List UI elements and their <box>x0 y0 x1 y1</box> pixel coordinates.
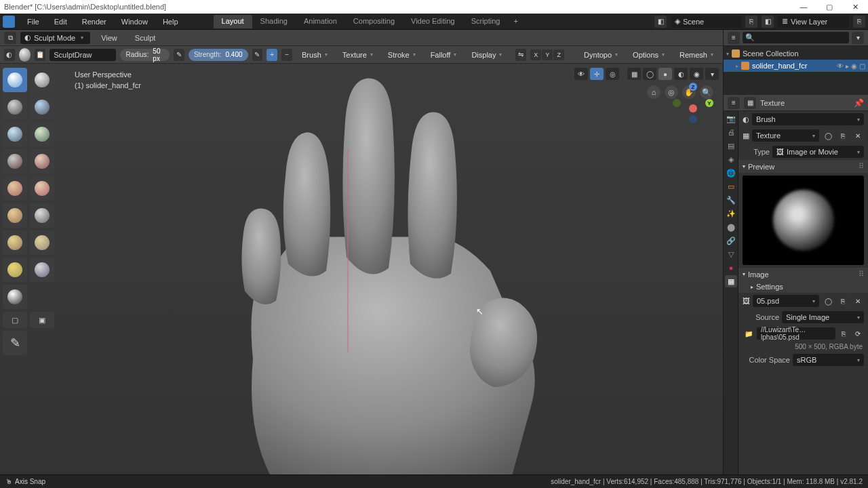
orientation-gizmo[interactable]: Z Y <box>673 83 713 123</box>
image-name-field[interactable]: 05.psd <box>753 295 819 307</box>
gizmo-neg-y-axis[interactable] <box>673 99 681 107</box>
viewlayer-browse-icon[interactable]: ◧ <box>762 16 774 28</box>
image-header[interactable]: ▾Image⠿ <box>738 268 868 281</box>
tree-row-object[interactable]: ▸ solider_hand_fcr 👁 ▸ ◉ ▢ <box>724 60 868 72</box>
outliner-editor-type[interactable]: ≡ <box>728 32 740 44</box>
tool-snakehook[interactable] <box>3 230 27 255</box>
gizmo-y-axis[interactable]: Y <box>705 99 713 107</box>
tree-row-scene-collection[interactable]: ▾ Scene Collection <box>724 47 868 60</box>
outliner-disable-icon[interactable]: ▢ <box>859 62 865 70</box>
tool-flatten[interactable] <box>30 149 54 174</box>
filepath-browse-icon[interactable]: 📁 <box>743 327 755 340</box>
image-datablock-icon[interactable]: 🖼 <box>743 297 750 305</box>
mirror-z-button[interactable]: Z <box>553 49 564 60</box>
workspace-tab-animation[interactable]: Animation <box>296 15 345 28</box>
properties-editor-type[interactable]: ≡ <box>728 97 740 109</box>
window-close-button[interactable]: ✕ <box>842 0 868 14</box>
shading-options-icon[interactable]: ▾ <box>705 68 719 80</box>
scene-new-button[interactable]: ⎘ <box>745 16 757 28</box>
strength-field[interactable]: Strength:0.400 <box>189 49 248 61</box>
radius-pressure-icon[interactable]: ✎ <box>174 49 184 61</box>
prop-tab-modifiers[interactable]: 🔧 <box>725 194 737 206</box>
tool-fill[interactable] <box>3 176 27 201</box>
texture-new-icon[interactable]: ⎘ <box>837 129 849 142</box>
texture-fakeuser-icon[interactable]: ◯ <box>822 129 834 142</box>
tool-blob[interactable] <box>30 122 54 146</box>
brush-slot-field[interactable]: Brush <box>752 113 864 125</box>
display-dropdown[interactable]: Display <box>466 49 507 61</box>
dyntopo-dropdown[interactable]: Dyntopo <box>578 49 623 61</box>
texture-dropdown[interactable]: Texture <box>337 49 378 61</box>
fake-user-icon[interactable]: 📋 <box>35 49 45 61</box>
mirror-x-button[interactable]: X <box>530 49 541 60</box>
tool-box-hide[interactable]: ▣ <box>30 312 54 328</box>
shading-solid-icon[interactable]: ● <box>658 68 672 80</box>
pin-icon[interactable]: 📌 <box>854 98 864 108</box>
tool-claystrips[interactable] <box>3 95 27 119</box>
viewport-menu-sculpt[interactable]: Sculpt <box>128 32 163 44</box>
workspace-tab-scripting[interactable]: Scripting <box>463 15 509 28</box>
texture-unlink-icon[interactable]: ✕ <box>852 129 864 142</box>
texture-slot-icon[interactable]: ▦ <box>743 131 749 140</box>
shading-rendered-icon[interactable]: ◉ <box>690 68 703 80</box>
outliner-selectable-icon[interactable]: ▸ <box>846 62 849 70</box>
prop-tab-particles[interactable]: ✨ <box>725 207 737 220</box>
options-dropdown[interactable]: Options <box>627 49 670 61</box>
tool-rotate[interactable] <box>30 258 54 282</box>
shading-matcap-icon[interactable]: ◐ <box>674 68 688 80</box>
camera-view-icon[interactable]: ⌂ <box>647 85 660 99</box>
gizmo-x-axis[interactable] <box>689 104 697 113</box>
brush-dropdown[interactable]: Brush <box>296 49 333 61</box>
prop-tab-render[interactable]: 📷 <box>725 113 737 125</box>
source-field[interactable]: Single Image <box>782 311 864 323</box>
mirror-icon[interactable]: ⇋ <box>515 49 526 61</box>
gizmo-neg-z-axis[interactable] <box>689 115 697 123</box>
scene-browse-icon[interactable]: ◧ <box>654 16 667 28</box>
filepath-field[interactable]: //Luwizart\Te…lphas\05.psd <box>757 327 835 340</box>
tool-layer[interactable] <box>30 95 54 119</box>
tool-thumb[interactable] <box>30 230 54 255</box>
brush-name-field[interactable] <box>50 49 116 61</box>
outliner-visibility-icon[interactable]: 👁 <box>837 62 844 70</box>
menu-window[interactable]: Window <box>115 16 155 28</box>
prop-tab-scene[interactable]: ◈ <box>725 153 737 165</box>
tool-box-mask[interactable]: ▢ <box>3 312 27 328</box>
viewport-menu-view[interactable]: View <box>94 32 124 44</box>
xray-toggle-icon[interactable]: ▦ <box>627 68 641 80</box>
outliner-filter-icon[interactable]: ▾ <box>852 32 864 44</box>
tool-crease[interactable] <box>3 149 27 174</box>
brush-preview-icon[interactable] <box>19 48 31 62</box>
workspace-add-button[interactable]: + <box>508 15 523 28</box>
direction-sub-button[interactable]: − <box>281 49 292 61</box>
overlays-toggle-icon[interactable]: ◎ <box>606 68 619 80</box>
prop-tab-physics[interactable]: ⬤ <box>725 221 737 233</box>
outliner-render-icon[interactable]: ◉ <box>851 62 857 70</box>
prop-tab-output[interactable]: 🖨 <box>725 126 737 138</box>
gizmo-z-axis[interactable]: Z <box>689 83 697 91</box>
menu-help[interactable]: Help <box>156 16 185 28</box>
window-maximize-button[interactable]: ▢ <box>816 0 842 14</box>
tool-nudge[interactable] <box>3 258 27 282</box>
outliner-search[interactable]: 🔍 <box>743 32 849 43</box>
tool-simplify[interactable] <box>3 285 27 309</box>
workspace-tab-videoediting[interactable]: Video Editing <box>403 15 463 28</box>
tool-inflate[interactable] <box>3 122 27 146</box>
strength-pressure-icon[interactable]: ✎ <box>252 49 263 61</box>
prop-tab-object[interactable]: ▭ <box>725 180 737 192</box>
menu-edit[interactable]: Edit <box>47 16 74 28</box>
viewlayer-name-input[interactable] <box>791 18 845 26</box>
workspace-tab-shading[interactable]: Shading <box>252 15 296 28</box>
tool-annotate[interactable]: ✎ <box>3 331 27 355</box>
editor-type-selector[interactable]: ⧉ <box>4 32 16 44</box>
falloff-dropdown[interactable]: Falloff <box>425 49 462 61</box>
stroke-dropdown[interactable]: Stroke <box>382 49 421 61</box>
radius-field[interactable]: Radius:50 px <box>120 49 170 61</box>
filepath-reload-icon[interactable]: ⟳ <box>852 327 864 340</box>
image-unlink-icon[interactable]: ✕ <box>852 295 864 307</box>
scene-field[interactable]: ◈ <box>671 16 741 28</box>
settings-header[interactable]: ▸Settings <box>738 281 868 293</box>
gizmo-toggle-icon[interactable]: ✛ <box>590 68 604 80</box>
direction-add-button[interactable]: + <box>267 49 277 61</box>
shading-wireframe-icon[interactable]: ◯ <box>643 68 656 80</box>
tool-clay[interactable] <box>30 68 54 92</box>
